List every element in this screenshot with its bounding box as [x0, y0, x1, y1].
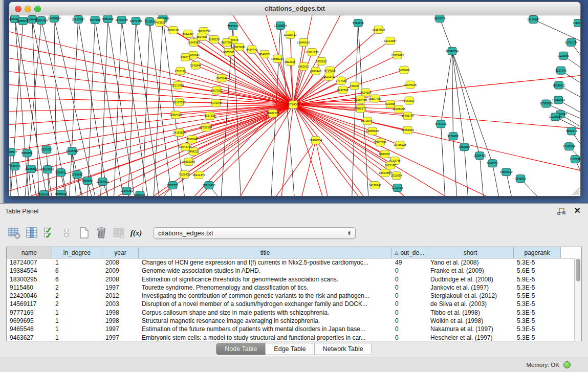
- network-node[interactable]: 1112304: [573, 19, 580, 27]
- network-node[interactable]: 16648794: [446, 47, 459, 55]
- network-node[interactable]: 12325413: [284, 31, 297, 38]
- network-node[interactable]: 19654925: [169, 111, 182, 119]
- network-node[interactable]: 14671355: [129, 17, 142, 25]
- network-node[interactable]: 12444194: [552, 96, 565, 104]
- scrollbar-thumb[interactable]: [576, 259, 580, 281]
- network-node[interactable]: 19756928: [394, 141, 406, 149]
- network-node[interactable]: 6466160: [102, 15, 114, 23]
- table-row[interactable]: 1872400712008Changes of HCN gene express…: [7, 258, 581, 267]
- network-node[interactable]: 9184067: [379, 150, 390, 158]
- network-node[interactable]: 9046021: [135, 191, 146, 196]
- network-node[interactable]: 16489104: [48, 15, 60, 22]
- network-node[interactable]: 10653287: [72, 15, 84, 23]
- network-node[interactable]: 16046422: [500, 168, 513, 176]
- network-node[interactable]: 8313074: [353, 19, 364, 27]
- network-node[interactable]: 14524851: [379, 169, 391, 177]
- network-node[interactable]: 15885220: [271, 55, 284, 62]
- network-node[interactable]: 8454749: [246, 46, 257, 53]
- network-node[interactable]: 9857771: [167, 182, 179, 189]
- column-header-in_degree[interactable]: in_degree: [52, 247, 102, 258]
- network-node[interactable]: 15803948: [182, 158, 195, 166]
- network-node[interactable]: 2803144: [216, 74, 227, 82]
- network-node[interactable]: 9245022: [515, 175, 526, 183]
- network-node[interactable]: 10807487: [368, 95, 381, 102]
- network-node[interactable]: 6791919: [435, 120, 447, 128]
- network-node[interactable]: 10238584: [549, 113, 562, 121]
- network-node[interactable]: 19654923: [401, 126, 414, 134]
- network-node[interactable]: 15716485: [203, 182, 215, 189]
- network-node[interactable]: 4170045: [210, 99, 222, 107]
- network-node[interactable]: 1215682: [72, 171, 83, 179]
- network-node[interactable]: 11156809: [25, 165, 37, 173]
- table-row[interactable]: 1456911722003Disruption of a novel membe…: [7, 300, 581, 308]
- network-node[interactable]: 12975115: [404, 81, 416, 89]
- table-row[interactable]: 969969511998Structural magnetic resonanc…: [7, 317, 581, 325]
- network-node[interactable]: 18640910: [297, 38, 310, 46]
- network-node[interactable]: 746266: [350, 82, 359, 90]
- network-node[interactable]: 9129966: [558, 52, 569, 59]
- column-header-short[interactable]: short: [427, 247, 514, 258]
- network-node[interactable]: 9846821: [259, 50, 270, 58]
- network-node[interactable]: 7625402: [179, 171, 190, 179]
- citation-network-graph[interactable]: 2063314140557249100441208914061648910410…: [9, 15, 580, 196]
- network-node[interactable]: 16961758: [306, 48, 319, 56]
- network-node[interactable]: 12954022: [96, 178, 109, 186]
- select-all-rows-icon[interactable]: [42, 226, 56, 240]
- table-row[interactable]: 911546021997Tourette syndrome. Phenomeno…: [7, 283, 581, 292]
- network-node[interactable]: 8912954: [183, 30, 194, 37]
- network-node[interactable]: 19115680: [41, 166, 54, 173]
- network-node[interactable]: 16914479: [192, 171, 205, 179]
- network-node[interactable]: 3052852: [459, 143, 470, 151]
- network-node[interactable]: 2718176: [175, 67, 186, 75]
- network-node[interactable]: 12353584: [200, 124, 212, 132]
- network-node[interactable]: 18807299: [374, 139, 386, 146]
- table-row[interactable]: 946554611997Estimation of the future num…: [7, 325, 581, 333]
- network-node[interactable]: 7463822: [155, 18, 166, 26]
- network-node[interactable]: 7485063: [399, 66, 410, 74]
- column-header-name[interactable]: name: [7, 247, 52, 258]
- network-node[interactable]: 12344281: [120, 187, 133, 195]
- network-node[interactable]: 7955812: [316, 57, 327, 65]
- column-header-out_de[interactable]: △out_de...: [392, 247, 427, 258]
- network-node[interactable]: 9777169: [336, 77, 347, 84]
- table-mode-icon[interactable]: [7, 226, 21, 240]
- network-node[interactable]: 9227343: [555, 67, 567, 74]
- network-node[interactable]: 10688609: [366, 127, 379, 135]
- close-panel-icon[interactable]: ✕: [574, 206, 581, 215]
- network-node[interactable]: 8186328: [208, 35, 220, 43]
- tab-network-table[interactable]: Network Table: [315, 343, 372, 355]
- network-node[interactable]: 621608: [385, 100, 395, 108]
- table-row[interactable]: 1938455462009Genome-wide association stu…: [7, 267, 581, 275]
- column-header-pagerank[interactable]: pagerank: [514, 247, 561, 258]
- network-node[interactable]: 9046551: [487, 160, 498, 167]
- network-node[interactable]: 9827508: [221, 38, 232, 46]
- network-node[interactable]: 3498222: [188, 148, 199, 156]
- tab-edge-table[interactable]: Edge Table: [266, 343, 314, 355]
- function-builder-icon[interactable]: f(x): [129, 226, 143, 240]
- network-node[interactable]: 14138141: [368, 182, 381, 189]
- network-node[interactable]: 9463627: [404, 97, 415, 104]
- network-node[interactable]: 989012: [181, 53, 190, 61]
- network-node[interactable]: 9950545: [82, 177, 93, 185]
- network-node[interactable]: 18720407: [361, 117, 374, 125]
- network-node[interactable]: 19302273: [267, 110, 279, 117]
- network-node[interactable]: 16495764: [401, 112, 414, 120]
- network-node[interactable]: 8905051: [21, 149, 33, 157]
- network-node[interactable]: 5692971: [566, 127, 577, 135]
- network-node[interactable]: 16954422: [473, 152, 486, 160]
- network-node[interactable]: 1167533: [570, 156, 580, 163]
- table-row[interactable]: 946362711997Embryonic stem cells: a mode…: [7, 334, 581, 341]
- network-node[interactable]: 7857223: [227, 22, 238, 30]
- delete-table-icon[interactable]: [94, 226, 108, 240]
- network-node[interactable]: 9822037: [285, 58, 296, 65]
- network-node[interactable]: 1990448: [310, 67, 321, 75]
- network-node[interactable]: 12213369: [171, 81, 184, 89]
- network-node[interactable]: 15751074: [565, 38, 578, 46]
- network-node[interactable]: 10973493: [391, 51, 404, 59]
- network-node[interactable]: 19166829: [173, 129, 186, 137]
- network-node[interactable]: 10719155: [115, 16, 128, 24]
- resize-grip[interactable]: [573, 188, 579, 195]
- network-node[interactable]: 2522054: [391, 172, 402, 180]
- float-panel-icon[interactable]: [557, 208, 565, 215]
- network-node[interactable]: 2120655: [41, 146, 52, 154]
